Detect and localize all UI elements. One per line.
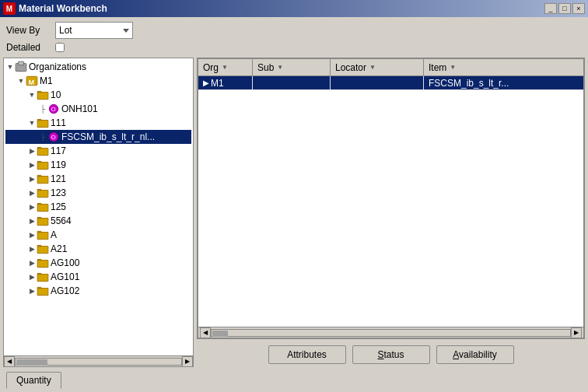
123-expander[interactable]: ▶ bbox=[27, 188, 37, 198]
org-root-icon bbox=[15, 61, 27, 73]
121-expander[interactable]: ▶ bbox=[27, 174, 37, 184]
ag102-expander[interactable]: ▶ bbox=[27, 286, 37, 296]
root-expander[interactable]: ▼ bbox=[5, 62, 15, 72]
view-by-label: View By bbox=[6, 25, 49, 36]
cell-org: ▶ M1 bbox=[198, 76, 253, 89]
125-expander[interactable]: ▶ bbox=[27, 202, 37, 212]
folder-119-icon bbox=[37, 159, 49, 171]
close-button[interactable]: × bbox=[572, 3, 585, 14]
a21-expander[interactable]: ▶ bbox=[27, 244, 37, 254]
results-table: Org ▼ Sub ▼ Locator ▼ Item ▼ bbox=[197, 58, 585, 339]
m1-expander[interactable]: ▼ bbox=[16, 76, 26, 86]
cell-item: FSCSM_ib_s_lt_r... bbox=[424, 76, 583, 89]
col-header-sub[interactable]: Sub ▼ bbox=[253, 59, 331, 75]
tree-m1[interactable]: ▼ M M1 bbox=[5, 74, 191, 88]
fscsm-connector: ├ bbox=[38, 132, 47, 142]
tree-scroll-left[interactable]: ◀ bbox=[4, 356, 15, 367]
tree-fscsm[interactable]: ├ O FSCSM_ib_s_lt_r_nl... bbox=[5, 130, 191, 144]
ag100-expander[interactable]: ▶ bbox=[27, 258, 37, 268]
col-sub-sort: ▼ bbox=[277, 64, 283, 71]
tree-125[interactable]: ▶ 125 bbox=[5, 200, 191, 214]
minimize-button[interactable]: _ bbox=[544, 3, 557, 14]
title-bar: M Material Workbench _ □ × bbox=[0, 0, 588, 17]
tree-123[interactable]: ▶ 123 bbox=[5, 186, 191, 200]
119-expander[interactable]: ▶ bbox=[27, 160, 37, 170]
tree-119[interactable]: ▶ 119 bbox=[5, 158, 191, 172]
tree-a[interactable]: ▶ A bbox=[5, 228, 191, 242]
action-buttons: Attributes Status Availability bbox=[197, 342, 585, 367]
tree-root[interactable]: ▼ Organizations bbox=[5, 60, 191, 74]
tree-scroll-right[interactable]: ▶ bbox=[182, 356, 193, 367]
main-window: View By Lot Serial None Detailed ▼ bbox=[0, 17, 588, 392]
tree-a21[interactable]: ▶ A21 bbox=[5, 242, 191, 256]
maximize-button[interactable]: □ bbox=[558, 3, 571, 14]
121-label: 121 bbox=[51, 173, 66, 184]
tree-ag102[interactable]: ▶ AG102 bbox=[5, 284, 191, 298]
a21-label: A21 bbox=[51, 243, 67, 254]
table-scroll-left[interactable]: ◀ bbox=[200, 327, 211, 338]
117-label: 117 bbox=[51, 145, 66, 156]
right-panel: Org ▼ Sub ▼ Locator ▼ Item ▼ bbox=[197, 58, 585, 367]
col-header-org[interactable]: Org ▼ bbox=[198, 59, 253, 75]
onh101-icon: O bbox=[47, 103, 60, 115]
status-button[interactable]: Status bbox=[352, 345, 430, 364]
a-expander[interactable]: ▶ bbox=[27, 230, 37, 240]
folder-123-icon bbox=[37, 187, 49, 199]
10-expander[interactable]: ▼ bbox=[27, 90, 37, 100]
tree-5564[interactable]: ▶ 5564 bbox=[5, 214, 191, 228]
view-by-select[interactable]: Lot Serial None bbox=[55, 22, 133, 39]
col-org-label: Org bbox=[203, 62, 219, 73]
detailed-checkbox[interactable] bbox=[55, 43, 65, 52]
view-by-row: View By Lot Serial None bbox=[6, 22, 582, 39]
tab-quantity-label: Quantity bbox=[16, 375, 51, 386]
detailed-label: Detailed bbox=[6, 42, 49, 53]
tab-quantity[interactable]: Quantity bbox=[6, 372, 61, 389]
availability-label: Availability bbox=[453, 349, 496, 360]
tree-121[interactable]: ▶ 121 bbox=[5, 172, 191, 186]
fscsm-icon: O bbox=[47, 131, 60, 143]
tree-onh101[interactable]: ├ O ONH101 bbox=[5, 102, 191, 116]
tree-10[interactable]: ▼ 10 bbox=[5, 88, 191, 102]
table-body: ▶ M1 FSCSM_ib_s_lt_r... bbox=[198, 76, 583, 327]
tree-ag101[interactable]: ▶ AG101 bbox=[5, 270, 191, 284]
ag101-expander[interactable]: ▶ bbox=[27, 272, 37, 282]
123-label: 123 bbox=[51, 187, 66, 198]
tree-111[interactable]: ▼ 111 bbox=[5, 116, 191, 130]
table-scroll-right[interactable]: ▶ bbox=[571, 327, 582, 338]
folder-111-icon bbox=[37, 117, 49, 129]
top-controls: View By Lot Serial None Detailed bbox=[3, 20, 585, 54]
col-item-label: Item bbox=[429, 62, 446, 73]
svg-rect-1 bbox=[19, 61, 24, 65]
table-hscrollbar[interactable]: ◀ ▶ bbox=[198, 327, 583, 338]
onh101-connector: ├ bbox=[38, 104, 47, 114]
col-header-locator[interactable]: Locator ▼ bbox=[331, 59, 424, 75]
folder-ag100-icon bbox=[37, 257, 49, 269]
117-expander[interactable]: ▶ bbox=[27, 146, 37, 156]
attributes-button[interactable]: Attributes bbox=[268, 345, 346, 364]
col-locator-label: Locator bbox=[335, 62, 366, 73]
folder-117-icon bbox=[37, 145, 49, 157]
ag102-label: AG102 bbox=[51, 285, 79, 296]
tree-ag100[interactable]: ▶ AG100 bbox=[5, 256, 191, 270]
a-label: A bbox=[51, 229, 57, 240]
cell-locator bbox=[331, 76, 424, 89]
svg-text:O: O bbox=[51, 106, 56, 113]
tree-scroll[interactable]: ▼ Organizations ▼ bbox=[4, 58, 193, 355]
tree-hscrollbar[interactable]: ◀ ▶ bbox=[4, 355, 193, 366]
table-row[interactable]: ▶ M1 FSCSM_ib_s_lt_r... bbox=[198, 76, 583, 90]
5564-expander[interactable]: ▶ bbox=[27, 216, 37, 226]
col-header-item[interactable]: Item ▼ bbox=[424, 59, 583, 75]
111-label: 111 bbox=[51, 117, 66, 128]
onh101-label: ONH101 bbox=[61, 103, 98, 114]
row-bullet: ▶ bbox=[203, 79, 209, 87]
m1-label: M1 bbox=[40, 75, 53, 86]
col-org-sort: ▼ bbox=[222, 64, 228, 71]
table-header: Org ▼ Sub ▼ Locator ▼ Item ▼ bbox=[198, 59, 583, 76]
attributes-label: Attributes bbox=[287, 349, 327, 360]
availability-button[interactable]: Availability bbox=[436, 345, 514, 364]
111-expander[interactable]: ▼ bbox=[27, 118, 37, 128]
119-label: 119 bbox=[51, 159, 66, 170]
tree-117[interactable]: ▶ 117 bbox=[5, 144, 191, 158]
col-item-sort: ▼ bbox=[450, 64, 456, 71]
folder-10-icon bbox=[37, 89, 49, 101]
